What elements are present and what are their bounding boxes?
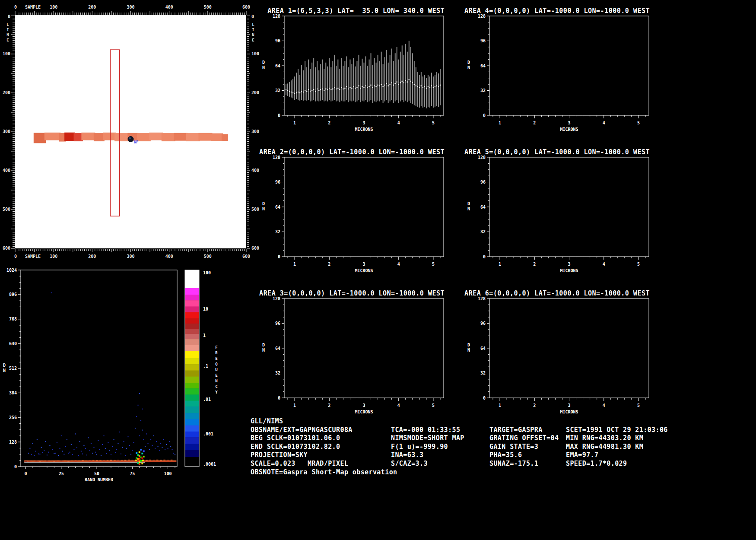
svg-text:100: 100 [50, 254, 57, 259]
svg-text:4: 4 [603, 121, 605, 125]
spectrum-panel: AREA 3=(0,0,0,0) LAT=-1000.0 LON=-1000.0… [251, 286, 503, 420]
svg-text:64: 64 [275, 64, 280, 68]
svg-text:4: 4 [397, 121, 400, 125]
svg-text:600: 600 [251, 246, 259, 251]
svg-text:0: 0 [14, 5, 17, 10]
svg-text:32: 32 [275, 88, 280, 93]
telemetry-field: SCET=1991 OCT 29 21:03:06 [566, 426, 668, 434]
svg-text:500: 500 [204, 254, 212, 259]
svg-text:0: 0 [483, 396, 486, 400]
svg-text:100: 100 [251, 51, 259, 56]
svg-text:MICRONS: MICRONS [560, 127, 578, 132]
svg-text:600: 600 [242, 254, 250, 259]
svg-text:64: 64 [480, 346, 486, 351]
spectrum-plot: 032649612812345MICRONSDN [251, 286, 503, 416]
svg-text:0: 0 [14, 254, 17, 259]
svg-text:.001: .001 [203, 432, 213, 436]
telemetry-row: END SCLK=01073102.82.0 F(1 u)=-999.90 GA… [251, 443, 756, 451]
svg-text:1: 1 [293, 262, 296, 267]
svg-text:100: 100 [203, 270, 211, 275]
instrument-label: GLL/NIMS [251, 417, 756, 426]
svg-text:200: 200 [88, 5, 96, 10]
svg-text:I: I [6, 28, 9, 32]
svg-text:64: 64 [275, 346, 280, 351]
svg-text:75: 75 [130, 471, 135, 476]
svg-text:D: D [467, 201, 470, 206]
svg-text:500: 500 [251, 207, 259, 212]
svg-text:1: 1 [293, 403, 296, 408]
svg-text:MICRONS: MICRONS [560, 268, 578, 273]
spectrum-title: AREA 4=(0,0,0,0) LAT=-1000.0 LON=-1000.0… [464, 7, 650, 15]
svg-text:1024: 1024 [6, 268, 17, 273]
svg-text:96: 96 [275, 321, 280, 326]
svg-text:0: 0 [25, 471, 27, 476]
svg-text:768: 768 [9, 317, 17, 321]
svg-text:0: 0 [14, 464, 17, 469]
svg-text:D: D [3, 363, 6, 368]
observation-note: OBSNOTE=Gaspra Short-Map observation [251, 468, 756, 477]
telemetry-field: INA=63.3 [391, 451, 423, 459]
spectrum-title: AREA 5=(0,0,0,0) LAT=-1000.0 LON=-1000.0… [464, 148, 650, 156]
svg-text:100: 100 [164, 471, 172, 476]
svg-text:500: 500 [204, 5, 212, 10]
svg-text:BAND NUMBER: BAND NUMBER [85, 477, 114, 482]
svg-text:Y: Y [215, 390, 218, 394]
spectrum-panel: AREA 4=(0,0,0,0) LAT=-1000.0 LON=-1000.0… [456, 3, 708, 137]
telemetry-field: END SCLK=01073102.82.0 [251, 443, 340, 451]
svg-text:32: 32 [275, 371, 280, 375]
svg-text:400: 400 [251, 168, 259, 173]
svg-text:N: N [6, 33, 9, 37]
svg-text:0: 0 [278, 254, 280, 259]
telemetry-field: SUNAZ=-175.1 [489, 460, 538, 467]
svg-text:100: 100 [50, 5, 57, 10]
telemetry-field: PHA=35.6 [489, 451, 522, 459]
svg-text:1: 1 [293, 121, 296, 125]
svg-text:N: N [3, 368, 6, 373]
svg-text:3: 3 [568, 403, 570, 408]
svg-text:0: 0 [251, 14, 254, 19]
svg-text:Q: Q [215, 362, 218, 366]
svg-text:D: D [262, 201, 265, 206]
svg-text:200: 200 [88, 254, 96, 259]
svg-text:D: D [467, 343, 470, 347]
svg-text:.01: .01 [203, 397, 211, 402]
svg-text:256: 256 [9, 415, 17, 420]
telemetry-field: TCA=-000 01:33:55 [391, 426, 460, 434]
svg-text:96: 96 [480, 321, 486, 326]
svg-text:2: 2 [533, 121, 536, 125]
svg-text:300: 300 [251, 129, 259, 134]
svg-text:300: 300 [3, 129, 10, 134]
svg-text:64: 64 [480, 205, 486, 210]
svg-text:300: 300 [127, 254, 134, 259]
svg-text:4: 4 [603, 403, 605, 408]
svg-text:0: 0 [278, 113, 280, 118]
svg-text:600: 600 [242, 5, 250, 10]
svg-text:E: E [215, 373, 217, 378]
svg-text:0: 0 [483, 113, 486, 118]
svg-text:MICRONS: MICRONS [560, 410, 578, 414]
svg-text:128: 128 [478, 14, 486, 19]
spectrum-title: AREA 2=(0,0,0,0) LAT=-1000.0 LON=-1000.0… [259, 148, 445, 156]
telemetry-row: BEG SCLK=01073101.06.0 NIMSMODE=SHORT MA… [251, 434, 756, 443]
spectrum-plot: 032649612812345MICRONSDN [251, 145, 503, 274]
spectrum-panel: AREA 2=(0,0,0,0) LAT=-1000.0 LON=-1000.0… [251, 145, 503, 279]
svg-text:MICRONS: MICRONS [355, 410, 373, 414]
svg-text:1: 1 [499, 403, 501, 408]
svg-text:E: E [252, 38, 254, 42]
svg-text:5: 5 [432, 403, 435, 408]
svg-text:50: 50 [94, 471, 99, 476]
svg-text:500: 500 [3, 207, 10, 212]
svg-text:1: 1 [499, 262, 501, 267]
spectrum-panel: AREA 5=(0,0,0,0) LAT=-1000.0 LON=-1000.0… [456, 145, 708, 279]
spectrum-title: AREA 1=(6,5,3,3) LAT= 35.0 LON= 340.0 WE… [267, 7, 445, 15]
svg-text:SAMPLE: SAMPLE [25, 5, 41, 10]
svg-text:96: 96 [275, 38, 280, 43]
svg-text:N: N [467, 206, 470, 211]
svg-text:N: N [262, 348, 265, 353]
svg-text:2: 2 [328, 121, 330, 125]
spectrum-panel: AREA 1=(6,5,3,3) LAT= 35.0 LON= 340.0 WE… [251, 3, 503, 137]
telemetry-field: NIMSMODE=SHORT MAP [391, 434, 464, 442]
svg-text:D: D [262, 60, 265, 65]
svg-text:E: E [6, 38, 9, 42]
svg-text:MICRONS: MICRONS [355, 268, 373, 273]
